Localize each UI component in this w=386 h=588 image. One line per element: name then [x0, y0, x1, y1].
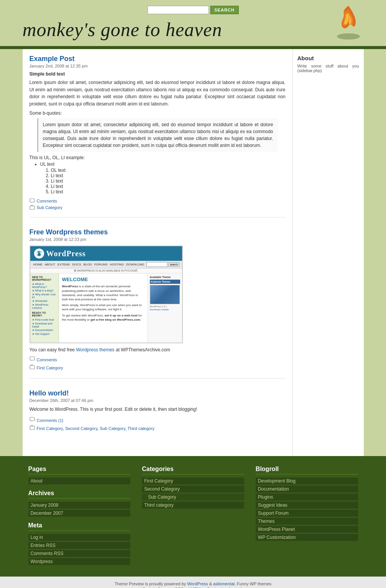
wp-search-input[interactable] — [146, 262, 168, 267]
list-item: First Category — [142, 478, 244, 484]
cat-third-footer[interactable]: Third category — [142, 502, 244, 509]
cat-first[interactable]: First Category — [37, 426, 63, 431]
sidebar: About Write some stuff about you (sideba… — [293, 49, 364, 456]
wp-main-area: WELCOME WordPress is a state-of-the-art … — [59, 273, 148, 343]
search-input[interactable] — [147, 6, 209, 14]
list-item: Themes — [256, 518, 358, 525]
footer-col-blogroll: Blogroll Development Blog Documentation … — [250, 462, 364, 569]
footer-after-text: , Funny WP themes — [235, 581, 271, 586]
post-subtitle: Simple bold text — [30, 71, 286, 77]
footer-wordpress-link[interactable]: WordPress — [187, 581, 208, 586]
list-item: Sub Category — [142, 494, 244, 501]
main-content: Example Post January 2nd, 2008 at 12:35 … — [23, 49, 293, 456]
blogroll-wpcustom-link[interactable]: WP Customization — [256, 534, 358, 541]
footer-col-left: Pages About Archives January 2008 Decemb… — [23, 462, 136, 569]
post-ul: UL text OL text Li text Li text Li text … — [40, 161, 286, 194]
meta-comments-link[interactable]: Comments RSS — [28, 550, 131, 557]
footer-blogroll-list: Development Blog Documentation Plugins S… — [256, 478, 358, 541]
wp-theme-preview — [150, 285, 180, 304]
sidebar-about-section: About Write some stuff about you (sideba… — [297, 55, 359, 73]
wp-theme-current: Kubrick Theme — [150, 280, 180, 284]
comments-link-example[interactable]: Comments — [37, 199, 57, 203]
comments-item: Comments — [30, 198, 286, 204]
cat-sub-footer[interactable]: Sub Category — [142, 494, 244, 501]
post-title-wp[interactable]: Free Wordpress themes — [30, 228, 286, 236]
list-item: Plugins — [256, 494, 358, 501]
ol-item: Li text — [51, 184, 286, 189]
archive-jan-link[interactable]: January 2008 — [28, 502, 131, 509]
page-about-link[interactable]: About — [28, 478, 131, 484]
archive-dec-link[interactable]: December 2007 — [28, 510, 131, 517]
blogroll-wpplanet-link[interactable]: WordPress Planet — [256, 526, 358, 533]
wp-nav-docs: DOCS — [72, 263, 81, 266]
blogroll-support-link[interactable]: Support Forum — [256, 510, 358, 517]
ol-item: Li text — [51, 189, 286, 194]
wp-header: WordPress — [30, 246, 182, 261]
category-item-wp: First Category — [30, 364, 286, 371]
blogroll-themes-link[interactable]: Themes — [256, 518, 358, 525]
header-inner: SEARCH monkey's gone to heaven — [23, 4, 364, 46]
comment-icon-hello — [30, 417, 35, 424]
meta-entries-link[interactable]: Entries RSS — [28, 542, 131, 549]
wp-nav-extend: EXTEND — [57, 263, 70, 266]
footer-line1: Theme Preview is proudly powered by Word… — [0, 581, 386, 586]
comments-link-hello[interactable]: Comments (1) — [37, 418, 64, 423]
navbar — [0, 46, 386, 49]
wp-screenshot-container: WordPress HOME ABOUT EXTEND DOCS BLOG FO… — [30, 245, 183, 343]
list-item: WP Customization — [256, 534, 358, 541]
cat-sub[interactable]: Sub Category — [100, 426, 125, 431]
blogroll-plugins-link[interactable]: Plugins — [256, 494, 358, 501]
footer-meta-title: Meta — [28, 522, 131, 531]
wp-themes-link[interactable]: Wordpress themes — [76, 347, 114, 352]
list-intro: This is UL, OL, LI example: — [30, 155, 286, 160]
category-link-wp[interactable]: First Category — [37, 366, 63, 370]
svg-rect-2 — [30, 206, 34, 209]
post-content-hello: Welcome to WordPress. This is your first… — [30, 406, 286, 413]
categories-list-hello: First Category, Second Category, Sub Cat… — [37, 426, 154, 431]
svg-rect-6 — [30, 417, 34, 421]
footer-powered-text: Theme Preview is proudly powered by — [115, 581, 187, 586]
category-item: Sub Category — [30, 205, 286, 210]
cat-second-footer[interactable]: Second Category — [142, 486, 244, 492]
meta-wordpress-link[interactable]: Wordpress — [28, 558, 131, 565]
svg-rect-1 — [30, 199, 34, 202]
wp-logo-circle — [34, 249, 44, 259]
footer-pages-title: Pages — [28, 466, 131, 474]
wp-nav-home: HOME — [33, 263, 43, 266]
meta-login-link[interactable]: Log in — [28, 534, 131, 541]
post-date-wp: January 1st, 2008 at 12:33 pm — [30, 237, 286, 242]
ol-item: Li text — [51, 178, 286, 184]
post-ol: OL text Li text Li text Li text Li text — [51, 168, 286, 194]
cat-first-footer[interactable]: First Category — [142, 478, 244, 484]
search-form[interactable]: SEARCH — [147, 6, 238, 14]
footer-asilomental-link[interactable]: asilomental — [213, 581, 235, 586]
list-item: About — [28, 478, 131, 484]
footer-meta-list: Log in Entries RSS Comments RSS Wordpres… — [28, 534, 131, 565]
list-item: Third category — [142, 502, 244, 509]
blogroll-suggest-link[interactable]: Suggest Ideas — [256, 502, 358, 509]
list-item: Documentation — [256, 486, 358, 492]
comments-item-hello: Comments (1) — [30, 417, 286, 424]
comments-link-wp[interactable]: Comments — [37, 357, 57, 362]
list-item: Log in — [28, 534, 131, 541]
categories-item-hello: First Category, Second Category, Sub Cat… — [30, 425, 286, 432]
blogroll-dev-link[interactable]: Development Blog — [256, 478, 358, 484]
post-title-example[interactable]: Example Post — [30, 55, 286, 63]
flame-logo — [333, 4, 364, 42]
search-button[interactable]: SEARCH — [210, 6, 238, 14]
footer-widgets-inner: Pages About Archives January 2008 Decemb… — [23, 462, 364, 569]
cat-second[interactable]: Second Category — [65, 426, 97, 431]
post-title-hello[interactable]: Hello world! — [30, 389, 286, 397]
category-link-example[interactable]: Sub Category — [37, 205, 62, 210]
wp-body: NEW TO WORDPRESS? ➤ What is WordPress? ➤… — [30, 273, 182, 343]
post-text-wp: You can easy find free Wordpress themes … — [30, 347, 286, 352]
category-icon-wp — [30, 364, 35, 371]
list-item: Development Blog — [256, 478, 358, 484]
list-item: Comments RSS — [28, 550, 131, 557]
list-item: January 2008 — [28, 502, 131, 509]
cat-third[interactable]: Third category — [128, 426, 154, 431]
blogroll-docs-link[interactable]: Documentation — [256, 486, 358, 492]
wp-search-btn[interactable]: search — [168, 262, 179, 267]
ul-item: UL text OL text Li text Li text Li text … — [40, 161, 286, 194]
wp-lang-bar: ✪ WORDPRESS IS ALSO AVAILABLE IN РУССКИЙ… — [30, 268, 182, 273]
